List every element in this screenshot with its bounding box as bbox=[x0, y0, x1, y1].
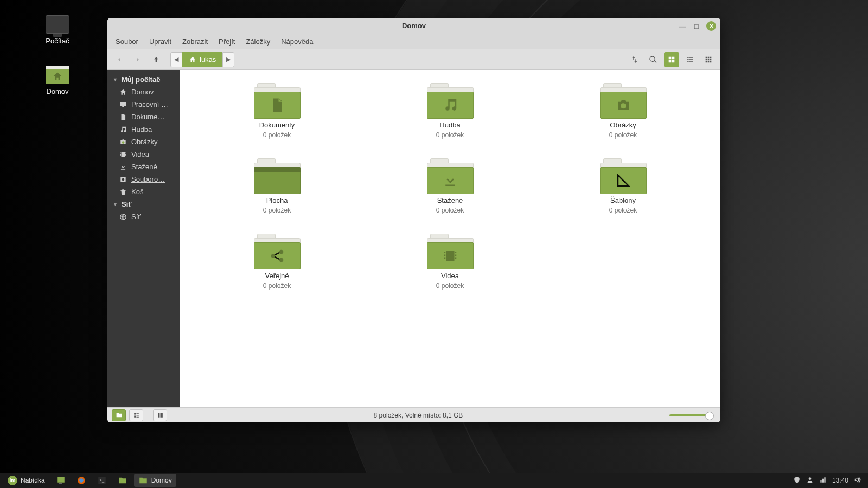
folder-dokumenty[interactable]: Dokumenty 0 položek bbox=[201, 80, 353, 142]
folder-name: Veřejné bbox=[265, 272, 289, 280]
menu-prejit[interactable]: Přejít bbox=[214, 36, 240, 47]
sidebar-group-label: Síť bbox=[122, 200, 132, 208]
sidebar-item-trash[interactable]: Koš bbox=[107, 185, 180, 198]
user-icon[interactable] bbox=[806, 476, 814, 485]
search-button[interactable] bbox=[646, 52, 661, 67]
sidebar-item-label: Stažené bbox=[131, 163, 157, 171]
sidebar-item-globe[interactable]: Síť bbox=[107, 210, 180, 223]
taskbar-firefox[interactable] bbox=[72, 474, 91, 487]
folder-name: Dokumenty bbox=[259, 121, 295, 129]
menu-zobrazit[interactable]: Zobrazit bbox=[177, 36, 213, 47]
folder-item-count: 0 položek bbox=[263, 207, 291, 214]
zoom-slider[interactable] bbox=[669, 414, 712, 416]
path-label: lukas bbox=[200, 55, 216, 63]
path-scroll-right[interactable]: ▶ bbox=[222, 52, 234, 67]
menu-soubor[interactable]: Soubor bbox=[111, 36, 143, 47]
sidebar-item-download[interactable]: Stažené bbox=[107, 160, 180, 173]
menu-upravit[interactable]: Upravit bbox=[144, 36, 176, 47]
folder-šablony[interactable]: Šablony 0 položek bbox=[547, 155, 699, 217]
folder-hudba[interactable]: Hudba 0 položek bbox=[374, 80, 526, 142]
folder-item-count: 0 položek bbox=[436, 131, 464, 139]
sidebar-group-network[interactable]: ▼ Síť bbox=[107, 198, 180, 210]
sidebar-item-disk[interactable]: Souboro… bbox=[107, 173, 180, 185]
folder-stažené[interactable]: Stažené 0 položek bbox=[374, 155, 526, 217]
nav-back-button[interactable] bbox=[112, 52, 127, 67]
folder-icon bbox=[254, 83, 301, 119]
content-area[interactable]: Dokumenty 0 položek Hudba 0 položek Obrá… bbox=[180, 70, 720, 407]
svg-rect-0 bbox=[57, 477, 65, 483]
desktop-icon-home[interactable]: Domov bbox=[30, 66, 85, 95]
nav-forward-button[interactable] bbox=[130, 52, 145, 67]
sidebar-group-my-computer[interactable]: ▼ Můj počítač bbox=[107, 73, 180, 86]
folder-name: Obrázky bbox=[610, 121, 636, 129]
taskbar-terminal[interactable]: >_ bbox=[93, 474, 111, 487]
nav-up-button[interactable] bbox=[149, 52, 164, 67]
start-menu-label: Nabídka bbox=[21, 477, 45, 484]
taskbar-window-label: Domov bbox=[151, 477, 172, 484]
sidebar-item-home[interactable]: Domov bbox=[107, 86, 180, 98]
sidebar-item-label: Koš bbox=[131, 188, 143, 196]
statusbar: 8 položek, Volné místo: 8,1 GB bbox=[107, 407, 720, 422]
menu-zalozky[interactable]: Záložky bbox=[241, 36, 275, 47]
shield-icon[interactable] bbox=[793, 476, 801, 485]
sidebar-item-label: Hudba bbox=[131, 125, 152, 133]
folder-videa[interactable]: Videa 0 položek bbox=[374, 230, 526, 293]
folder-icon bbox=[600, 83, 647, 119]
folder-icon bbox=[138, 476, 148, 485]
chevron-down-icon: ▼ bbox=[113, 202, 118, 207]
disk-icon bbox=[119, 176, 127, 183]
path-scroll-left[interactable]: ◀ bbox=[170, 52, 182, 67]
folder-name: Šablony bbox=[610, 196, 636, 204]
window-titlebar[interactable]: Domov — □ ✕ bbox=[107, 18, 720, 34]
path-segment-current[interactable]: lukas bbox=[182, 52, 222, 67]
folder-name: Plocha bbox=[266, 196, 288, 204]
svg-point-3 bbox=[79, 478, 84, 483]
places-toggle-button[interactable] bbox=[112, 409, 126, 421]
folder-item-count: 0 položek bbox=[609, 207, 637, 214]
desktop-icons: Počítač Domov bbox=[30, 15, 85, 116]
home-icon bbox=[119, 88, 127, 96]
camera-icon bbox=[119, 138, 127, 146]
tree-toggle-button[interactable] bbox=[129, 409, 143, 421]
sidebar-item-music[interactable]: Hudba bbox=[107, 123, 180, 136]
sidebar-item-video[interactable]: Videa bbox=[107, 148, 180, 160]
folder-veřejné[interactable]: Veřejné 0 položek bbox=[201, 230, 353, 293]
start-menu-button[interactable]: Nabídka bbox=[3, 474, 49, 487]
sidebar-item-doc[interactable]: Dokume… bbox=[107, 111, 180, 123]
sidebar-item-desktop[interactable]: Pracovní … bbox=[107, 98, 180, 111]
status-text: 8 položek, Volné místo: 8,1 GB bbox=[170, 412, 666, 419]
menu-napoveda[interactable]: Nápověda bbox=[276, 36, 318, 47]
folder-icon bbox=[254, 158, 301, 194]
folder-plocha[interactable]: Plocha 0 položek bbox=[201, 155, 353, 217]
close-button[interactable]: ✕ bbox=[706, 21, 716, 31]
sidebar-item-label: Dokume… bbox=[131, 113, 164, 121]
taskbar-show-desktop[interactable] bbox=[52, 474, 70, 487]
view-list-button[interactable] bbox=[682, 52, 698, 67]
sidebar-item-label: Souboro… bbox=[131, 175, 165, 183]
hide-sidebar-button[interactable] bbox=[153, 409, 167, 421]
view-icons-button[interactable] bbox=[664, 52, 679, 67]
folder-name: Videa bbox=[441, 272, 459, 280]
volume-icon[interactable] bbox=[854, 476, 861, 485]
desktop-icon-label: Počítač bbox=[46, 37, 69, 45]
pathbar: ◀ lukas ▶ bbox=[170, 52, 234, 67]
sidebar-item-label: Domov bbox=[131, 88, 154, 96]
folder-name: Hudba bbox=[439, 121, 460, 129]
taskbar-window-domov[interactable]: Domov bbox=[134, 474, 176, 487]
view-compact-button[interactable] bbox=[701, 52, 716, 67]
menubar: Soubor Upravit Zobrazit Přejít Záložky N… bbox=[107, 34, 720, 49]
terminal-icon: >_ bbox=[97, 476, 107, 485]
desktop-icon-computer[interactable]: Počítač bbox=[30, 15, 85, 45]
folder-item-count: 0 položek bbox=[436, 282, 464, 290]
video-icon bbox=[119, 151, 127, 158]
sidebar-item-camera[interactable]: Obrázky bbox=[107, 136, 180, 148]
maximize-button[interactable]: □ bbox=[692, 22, 701, 30]
firefox-icon bbox=[76, 476, 86, 485]
clock[interactable]: 13:40 bbox=[832, 477, 848, 484]
folder-icon bbox=[427, 158, 474, 194]
folder-obrázky[interactable]: Obrázky 0 položek bbox=[547, 80, 699, 142]
network-icon[interactable] bbox=[819, 476, 827, 485]
taskbar-files[interactable] bbox=[113, 474, 132, 487]
minimize-button[interactable]: — bbox=[678, 22, 687, 30]
toggle-location-button[interactable] bbox=[627, 52, 642, 67]
